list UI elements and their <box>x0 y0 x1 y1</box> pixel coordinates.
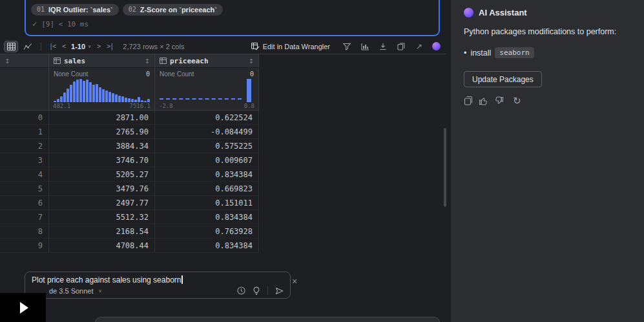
execution-status: ✓ [9] < 10 ms <box>31 19 433 28</box>
cell-value[interactable]: 0.834384 <box>155 167 259 182</box>
ai-actions-icon[interactable] <box>432 42 441 50</box>
filter-button[interactable] <box>342 43 352 50</box>
copy-icon <box>464 96 473 105</box>
row-index[interactable]: 0 <box>0 111 49 125</box>
index-column-header[interactable]: ↕ <box>0 54 49 68</box>
table-row[interactable]: 94708.440.834384 <box>0 239 259 253</box>
row-index[interactable]: 5 <box>0 182 49 196</box>
ai-chat-input-box[interactable]: Plot price each against sales using seab… <box>25 272 291 299</box>
cell-value[interactable]: -0.084499 <box>155 125 259 139</box>
cell-value[interactable]: 4708.44 <box>49 239 155 253</box>
row-index[interactable]: 6 <box>0 196 49 210</box>
row-index[interactable]: 9 <box>0 239 49 253</box>
cell-value[interactable]: 2871.00 <box>49 111 155 125</box>
sort-icon[interactable]: ↕ <box>249 58 254 65</box>
edit-in-data-wrangler-button[interactable]: Edit in Data Wrangler <box>251 43 330 50</box>
chart-view-button[interactable] <box>21 41 35 52</box>
data-grid: ↕ sales ↕ priceeach ↕ <box>0 54 259 253</box>
priceeach-histogram <box>160 79 254 102</box>
cell-value[interactable]: 2168.54 <box>49 224 155 239</box>
tag-label: IQR Outlier: `sales` <box>48 5 113 14</box>
cell-value[interactable]: 0.834384 <box>155 239 259 253</box>
column-type-icon <box>160 58 167 64</box>
cell-value[interactable]: 0.763928 <box>155 224 259 239</box>
copy-response-button[interactable] <box>464 96 473 105</box>
first-page-button[interactable]: |< <box>47 43 57 50</box>
table-row[interactable]: 12765.90-0.084499 <box>0 125 259 139</box>
cell-value[interactable]: 0.151011 <box>155 196 259 210</box>
table-grid-icon <box>7 43 16 50</box>
cell-tag-zscore[interactable]: 02 Z-Score on `priceeach` <box>123 4 223 16</box>
sort-icon[interactable]: ↕ <box>5 58 10 65</box>
table-row[interactable]: 53479.760.669823 <box>0 182 259 196</box>
chart-button[interactable] <box>360 43 370 50</box>
prompt-library-button[interactable] <box>253 286 260 295</box>
dataframe-viewer: |< < 1-10 ∨ > >| 2,723 rows × 2 cols Edi… <box>0 39 446 253</box>
tag-label: Z-Score on `priceeach` <box>140 5 217 14</box>
cell-value[interactable]: 0.622524 <box>155 111 259 125</box>
sales-stats-cell: None Count 0 482.1 7516.1 <box>49 68 155 111</box>
cell-value[interactable]: 2765.90 <box>49 125 155 139</box>
cell-value[interactable]: 3746.70 <box>49 153 155 167</box>
thumbs-down-icon <box>494 96 504 105</box>
row-index[interactable]: 1 <box>0 125 49 139</box>
row-index[interactable]: 4 <box>0 167 49 182</box>
table-row[interactable]: 62497.770.151011 <box>0 196 259 210</box>
table-row[interactable]: 82168.540.763928 <box>0 224 259 239</box>
table-row[interactable]: 75512.320.834384 <box>0 210 259 224</box>
regenerate-button[interactable]: ↻ <box>513 96 521 105</box>
cell-value[interactable]: 5205.27 <box>49 167 155 182</box>
row-index[interactable]: 3 <box>0 153 49 167</box>
update-packages-button[interactable]: Update Packages <box>464 71 542 87</box>
edit-in-data-wrangler-label: Edit in Data Wrangler <box>263 43 330 50</box>
page-range-dropdown[interactable]: 1-10 ∨ <box>71 43 91 50</box>
chat-input-text[interactable]: Plot price each against sales using seab… <box>32 275 284 284</box>
download-button[interactable] <box>378 43 388 50</box>
install-item: • install seaborn <box>464 47 634 58</box>
cell-value[interactable]: 0.009607 <box>155 153 259 167</box>
history-button[interactable] <box>237 286 245 295</box>
send-button[interactable] <box>275 287 284 295</box>
table-view-button[interactable] <box>4 41 18 52</box>
thumbs-up-button[interactable] <box>479 96 488 105</box>
next-page-button[interactable]: > <box>95 43 102 50</box>
scrollbar-thumb[interactable] <box>444 128 446 207</box>
cell-value[interactable]: 3884.34 <box>49 139 155 153</box>
sort-icon[interactable]: ↕ <box>145 58 150 65</box>
table-row[interactable]: 02871.000.622524 <box>0 111 259 125</box>
copy-button[interactable] <box>396 43 406 50</box>
cell-value[interactable]: 3479.76 <box>49 182 155 196</box>
column-header-priceeach[interactable]: priceeach ↕ <box>155 54 259 68</box>
chat-close-button[interactable]: × <box>292 277 297 286</box>
cell-value[interactable]: 0.669823 <box>155 182 259 196</box>
cell-value[interactable]: 0.575225 <box>155 139 259 153</box>
execution-time-label: [9] < 10 ms <box>41 20 88 28</box>
toolbar-divider <box>41 42 41 51</box>
chat-input-value: Plot price each against sales using seab… <box>32 275 181 284</box>
table-body: 02871.000.62252412765.90-0.08449923884.3… <box>0 111 259 253</box>
column-name: priceeach <box>170 57 209 65</box>
cell-value[interactable]: 0.834384 <box>155 210 259 224</box>
column-header-sales[interactable]: sales ↕ <box>49 54 155 68</box>
prev-page-button[interactable]: < <box>60 43 67 50</box>
table-row[interactable]: 33746.700.009607 <box>0 153 259 167</box>
cell-value[interactable]: 5512.32 <box>49 210 155 224</box>
play-button-overlay[interactable] <box>0 293 46 322</box>
open-in-new-button[interactable]: ↗ <box>414 42 424 51</box>
thumbs-down-button[interactable] <box>494 96 504 105</box>
last-page-button[interactable]: >| <box>105 43 115 50</box>
row-index[interactable]: 2 <box>0 139 49 153</box>
row-index[interactable]: 7 <box>0 210 49 224</box>
cell-tags: 01 IQR Outlier: `sales` 02 Z-Score on `p… <box>31 4 433 16</box>
package-chip[interactable]: seaborn <box>495 47 534 58</box>
chat-input-footer: de 3.5 Sonnet ∨ <box>32 286 284 295</box>
model-selector[interactable]: de 3.5 Sonnet ∨ <box>49 287 102 295</box>
cell-tag-iqr-outlier[interactable]: 01 IQR Outlier: `sales` <box>31 4 119 16</box>
cell-value[interactable]: 2497.77 <box>49 196 155 210</box>
tag-number: 01 <box>37 5 45 14</box>
notebook-cell[interactable]: 01 IQR Outlier: `sales` 02 Z-Score on `p… <box>25 0 440 36</box>
install-label: install <box>470 48 491 58</box>
table-row[interactable]: 45205.270.834384 <box>0 167 259 182</box>
table-row[interactable]: 23884.340.575225 <box>0 139 259 153</box>
row-index[interactable]: 8 <box>0 224 49 239</box>
